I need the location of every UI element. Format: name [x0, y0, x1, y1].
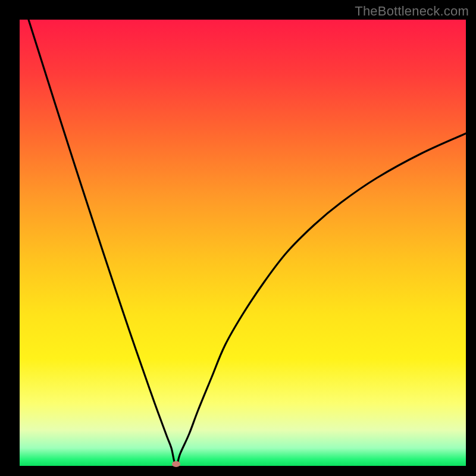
bottleneck-curve	[20, 20, 466, 466]
chart-plot-area	[20, 20, 466, 466]
chart-stage: TheBottleneck.com	[0, 0, 476, 476]
min-point-marker	[172, 461, 180, 467]
watermark-text: TheBottleneck.com	[355, 4, 469, 19]
